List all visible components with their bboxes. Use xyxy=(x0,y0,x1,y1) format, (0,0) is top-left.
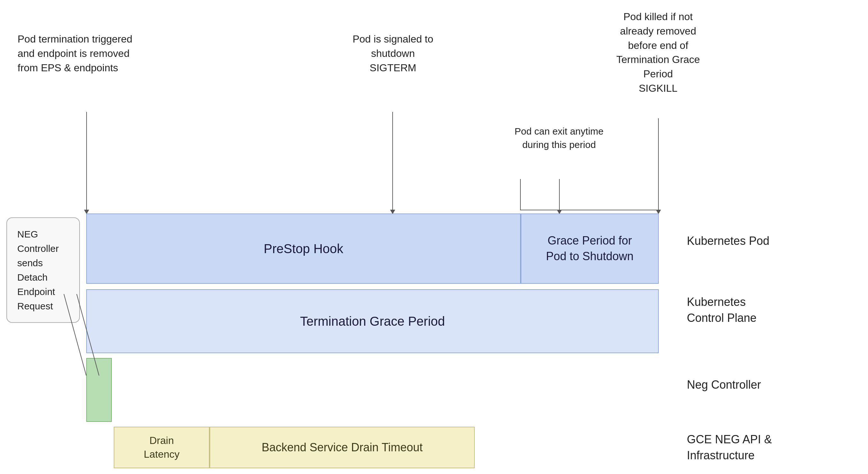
backend-drain-box: Backend Service Drain Timeout xyxy=(210,427,475,468)
annotation-pod-signaled: Pod is signaled to shutdown SIGTERM xyxy=(339,32,447,75)
annotation-pod-exit: Pod can exit anytime during this period xyxy=(502,125,617,151)
annotation-pod-killed: Pod killed if not already removed before… xyxy=(582,9,735,95)
grace-period-box: Grace Period for Pod to Shutdown xyxy=(521,213,659,284)
drain-latency-box: Drain Latency xyxy=(114,427,210,468)
arrow-pod-killed xyxy=(658,118,659,211)
arrow-pod-termination xyxy=(86,112,87,211)
annotation-pod-termination: Pod termination triggered and endpoint i… xyxy=(18,32,155,75)
neg-controller-box xyxy=(86,358,112,422)
label-neg-controller: Neg Controller xyxy=(687,377,761,393)
v-line-exit-right xyxy=(559,179,560,210)
label-kubernetes-pod: Kubernetes Pod xyxy=(687,233,769,249)
prestop-hook-box: PreStop Hook xyxy=(86,213,521,284)
label-kubernetes-control: Kubernetes Control Plane xyxy=(687,294,756,326)
diagram-container: Pod termination triggered and endpoint i… xyxy=(0,0,868,474)
arrow-pod-signaled xyxy=(392,112,393,211)
label-gce-neg: GCE NEG API & Infrastructure xyxy=(687,432,772,464)
neg-bubble: NEG Controller sends Detach Endpoint Req… xyxy=(6,217,80,323)
h-line-exit xyxy=(520,210,659,210)
v-line-exit-left xyxy=(520,179,521,210)
termination-grace-box: Termination Grace Period xyxy=(86,289,659,353)
